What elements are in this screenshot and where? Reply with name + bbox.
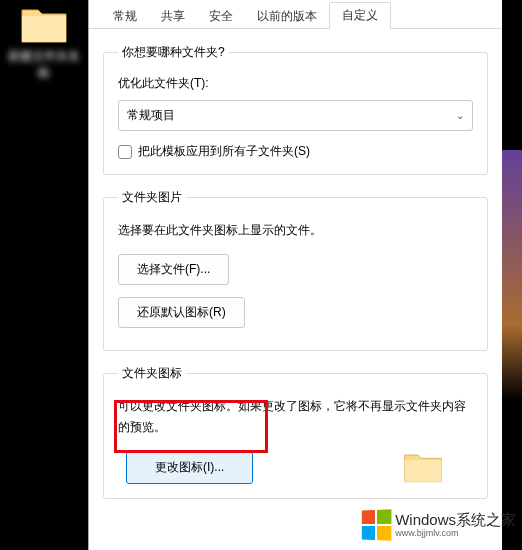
folder-type-legend: 你想要哪种文件夹? [118,44,229,61]
desktop-area: 新建文件夹名称 [0,0,88,550]
tab-sharing[interactable]: 共享 [149,4,197,29]
apply-template-checkbox[interactable] [118,145,132,159]
apply-template-label: 把此模板应用到所有子文件夹(S) [138,143,310,160]
watermark-main: Windows系统之家 [395,512,516,527]
folder-icon-group: 文件夹图标 可以更改文件夹图标。如果更改了图标，它将不再显示文件夹内容的预览。 … [103,365,488,499]
optimize-selected-value: 常规项目 [127,107,175,124]
choose-file-button[interactable]: 选择文件(F)... [118,254,229,285]
tab-strip: 常规 共享 安全 以前的版本 自定义 [89,0,502,30]
tab-panel-customize: 你想要哪种文件夹? 优化此文件夹(T): 常规项目 ⌄ 把此模板应用到所有子文件… [89,30,502,527]
restore-default-button[interactable]: 还原默认图标(R) [118,297,245,328]
folder-picture-description: 选择要在此文件夹图标上显示的文件。 [118,220,473,240]
apply-template-checkbox-row[interactable]: 把此模板应用到所有子文件夹(S) [118,143,473,160]
right-edge-strip [502,150,522,400]
change-icon-button[interactable]: 更改图标(I)... [126,451,253,484]
folder-icon-preview [403,450,443,482]
folder-picture-legend: 文件夹图片 [118,189,186,206]
chevron-down-icon: ⌄ [456,110,464,121]
watermark-sub: www.bjjmlv.com [395,529,516,538]
desktop-folder-label: 新建文件夹名称 [5,48,83,82]
folder-type-group: 你想要哪种文件夹? 优化此文件夹(T): 常规项目 ⌄ 把此模板应用到所有子文件… [103,44,488,175]
tab-customize[interactable]: 自定义 [329,2,391,29]
watermark: Windows系统之家 www.bjjmlv.com [361,510,516,540]
folder-icon-description: 可以更改文件夹图标。如果更改了图标，它将不再显示文件夹内容的预览。 [118,396,473,437]
desktop-folder-icon[interactable] [20,4,68,44]
optimize-select[interactable]: 常规项目 ⌄ [118,100,473,131]
folder-picture-group: 文件夹图片 选择要在此文件夹图标上显示的文件。 选择文件(F)... 还原默认图… [103,189,488,351]
tab-previous-versions[interactable]: 以前的版本 [245,4,329,29]
properties-dialog: 常规 共享 安全 以前的版本 自定义 你想要哪种文件夹? 优化此文件夹(T): … [88,0,502,550]
tab-security[interactable]: 安全 [197,4,245,29]
folder-icon-legend: 文件夹图标 [118,365,186,382]
tab-general[interactable]: 常规 [101,4,149,29]
windows-logo-icon [362,509,392,540]
optimize-label: 优化此文件夹(T): [118,75,473,92]
